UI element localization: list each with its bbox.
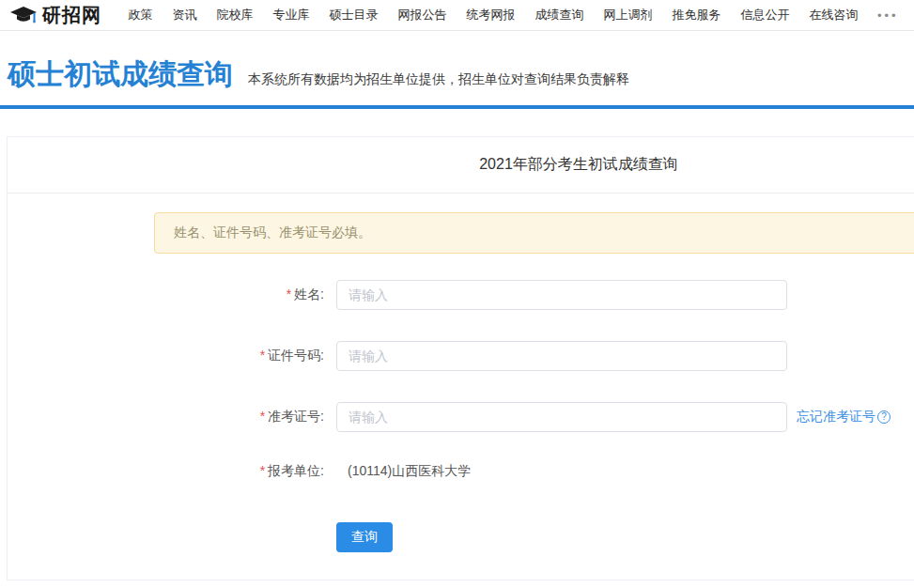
query-form: *姓名: *证件号码: *准考证号: 忘记准考证号? *报考单位: (10114… — [8, 280, 914, 552]
nav-menu: 政策 资讯 院校库 专业库 硕士目录 网报公告 统考网报 成绩查询 网上调剂 推… — [118, 7, 868, 23]
name-field-label: *姓名: — [8, 286, 336, 303]
query-card: 2021年部分考生初试成绩查询 姓名、证件号码、准考证号必填。 *姓名: *证件… — [7, 136, 914, 580]
nav-item-master-catalog[interactable]: 硕士目录 — [319, 7, 388, 23]
nav-item-major-library[interactable]: 专业库 — [263, 7, 319, 23]
target-unit-value: (10114)山西医科大学 — [336, 463, 471, 480]
nav-item-college-library[interactable]: 院校库 — [207, 7, 263, 23]
name-field-row: *姓名: — [8, 280, 914, 310]
query-submit-button[interactable]: 查询 — [336, 522, 393, 552]
nav-more-icon[interactable]: ••• — [877, 8, 899, 23]
nav-item-unified-exam-registration[interactable]: 统考网报 — [457, 7, 525, 23]
admission-ticket-field-row: *准考证号: 忘记准考证号? — [8, 402, 914, 432]
nav-item-policy[interactable]: 政策 — [118, 7, 163, 23]
required-fields-alert: 姓名、证件号码、准考证号必填。 — [154, 212, 914, 254]
admission-ticket-field-label: *准考证号: — [8, 409, 336, 426]
page-header: 硕士初试成绩查询本系统所有数据均为招生单位提供，招生单位对查询结果负责解释 — [0, 31, 914, 109]
nav-item-online-adjustment[interactable]: 网上调剂 — [594, 7, 662, 23]
graduation-cap-icon — [9, 4, 38, 26]
nav-item-score-query[interactable]: 成绩查询 — [525, 7, 594, 23]
site-logo-text: 研招网 — [42, 3, 101, 28]
nav-item-online-announcement[interactable]: 网报公告 — [388, 7, 457, 23]
required-mark: * — [260, 463, 265, 478]
target-unit-field-row: *报考单位: (10114)山西医科大学 — [8, 463, 914, 480]
query-card-header: 2021年部分考生初试成绩查询 — [8, 137, 914, 193]
admission-ticket-input[interactable] — [336, 402, 787, 432]
nav-item-news[interactable]: 资讯 — [163, 7, 207, 23]
question-circle-icon: ? — [877, 410, 891, 424]
nav-item-exemption-service[interactable]: 推免服务 — [662, 7, 731, 23]
id-number-field-row: *证件号码: — [8, 341, 914, 371]
name-input[interactable] — [336, 280, 787, 310]
query-card-title: 2021年部分考生初试成绩查询 — [479, 155, 678, 175]
page-title: 硕士初试成绩查询 — [8, 58, 233, 89]
required-mark: * — [287, 286, 291, 302]
nav-item-info-disclosure[interactable]: 信息公开 — [731, 7, 799, 23]
nav-item-online-consult[interactable]: 在线咨询 — [799, 7, 868, 23]
id-number-input[interactable] — [336, 341, 787, 371]
id-number-field-label: *证件号码: — [8, 348, 336, 364]
required-mark: * — [260, 348, 265, 363]
forgot-admission-ticket-link-text: 忘记准考证号 — [797, 409, 875, 426]
forgot-admission-ticket-link[interactable]: 忘记准考证号? — [797, 409, 891, 426]
page-subtitle: 本系统所有数据均为招生单位提供，招生单位对查询结果负责解释 — [248, 71, 629, 86]
top-navbar: 研招网 政策 资讯 院校库 专业库 硕士目录 网报公告 统考网报 成绩查询 网上… — [0, 0, 914, 31]
target-unit-field-label: *报考单位: — [8, 463, 336, 480]
required-mark: * — [260, 409, 265, 424]
required-fields-alert-text: 姓名、证件号码、准考证号必填。 — [174, 224, 371, 241]
site-logo[interactable]: 研招网 — [9, 3, 101, 28]
